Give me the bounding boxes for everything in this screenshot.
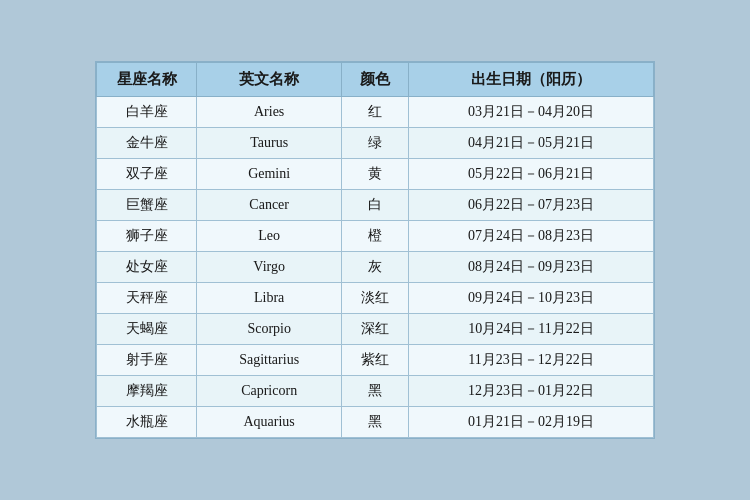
table-row: 天秤座Libra淡红09月24日－10月23日 xyxy=(97,283,654,314)
cell-color: 红 xyxy=(342,97,409,128)
table-row: 巨蟹座Cancer白06月22日－07月23日 xyxy=(97,190,654,221)
cell-color: 灰 xyxy=(342,252,409,283)
cell-chinese: 摩羯座 xyxy=(97,376,197,407)
cell-english: Aquarius xyxy=(197,407,342,438)
cell-english: Capricorn xyxy=(197,376,342,407)
cell-date: 05月22日－06月21日 xyxy=(408,159,653,190)
cell-date: 10月24日－11月22日 xyxy=(408,314,653,345)
cell-english: Aries xyxy=(197,97,342,128)
cell-chinese: 天秤座 xyxy=(97,283,197,314)
table-row: 双子座Gemini黄05月22日－06月21日 xyxy=(97,159,654,190)
cell-chinese: 处女座 xyxy=(97,252,197,283)
cell-english: Virgo xyxy=(197,252,342,283)
cell-english: Scorpio xyxy=(197,314,342,345)
table-header-row: 星座名称 英文名称 颜色 出生日期（阳历） xyxy=(97,63,654,97)
header-chinese: 星座名称 xyxy=(97,63,197,97)
header-english: 英文名称 xyxy=(197,63,342,97)
table-row: 白羊座Aries红03月21日－04月20日 xyxy=(97,97,654,128)
cell-chinese: 水瓶座 xyxy=(97,407,197,438)
cell-date: 01月21日－02月19日 xyxy=(408,407,653,438)
table-row: 狮子座Leo橙07月24日－08月23日 xyxy=(97,221,654,252)
cell-date: 06月22日－07月23日 xyxy=(408,190,653,221)
cell-date: 09月24日－10月23日 xyxy=(408,283,653,314)
table-row: 摩羯座Capricorn黑12月23日－01月22日 xyxy=(97,376,654,407)
cell-date: 07月24日－08月23日 xyxy=(408,221,653,252)
cell-chinese: 双子座 xyxy=(97,159,197,190)
table-row: 射手座Sagittarius紫红11月23日－12月22日 xyxy=(97,345,654,376)
cell-date: 11月23日－12月22日 xyxy=(408,345,653,376)
cell-color: 绿 xyxy=(342,128,409,159)
zodiac-table: 星座名称 英文名称 颜色 出生日期（阳历） 白羊座Aries红03月21日－04… xyxy=(96,62,654,438)
cell-chinese: 金牛座 xyxy=(97,128,197,159)
cell-date: 12月23日－01月22日 xyxy=(408,376,653,407)
cell-color: 黄 xyxy=(342,159,409,190)
cell-color: 橙 xyxy=(342,221,409,252)
table-row: 处女座Virgo灰08月24日－09月23日 xyxy=(97,252,654,283)
cell-color: 黑 xyxy=(342,407,409,438)
table-row: 天蝎座Scorpio深红10月24日－11月22日 xyxy=(97,314,654,345)
cell-date: 08月24日－09月23日 xyxy=(408,252,653,283)
cell-color: 白 xyxy=(342,190,409,221)
cell-color: 黑 xyxy=(342,376,409,407)
cell-english: Cancer xyxy=(197,190,342,221)
cell-english: Taurus xyxy=(197,128,342,159)
table-row: 水瓶座Aquarius黑01月21日－02月19日 xyxy=(97,407,654,438)
cell-color: 淡红 xyxy=(342,283,409,314)
cell-date: 04月21日－05月21日 xyxy=(408,128,653,159)
cell-english: Sagittarius xyxy=(197,345,342,376)
cell-chinese: 天蝎座 xyxy=(97,314,197,345)
cell-color: 深红 xyxy=(342,314,409,345)
cell-english: Libra xyxy=(197,283,342,314)
cell-chinese: 巨蟹座 xyxy=(97,190,197,221)
header-date: 出生日期（阳历） xyxy=(408,63,653,97)
cell-english: Leo xyxy=(197,221,342,252)
cell-date: 03月21日－04月20日 xyxy=(408,97,653,128)
cell-english: Gemini xyxy=(197,159,342,190)
table-row: 金牛座Taurus绿04月21日－05月21日 xyxy=(97,128,654,159)
cell-color: 紫红 xyxy=(342,345,409,376)
cell-chinese: 狮子座 xyxy=(97,221,197,252)
cell-chinese: 白羊座 xyxy=(97,97,197,128)
header-color: 颜色 xyxy=(342,63,409,97)
zodiac-table-container: 星座名称 英文名称 颜色 出生日期（阳历） 白羊座Aries红03月21日－04… xyxy=(95,61,655,439)
cell-chinese: 射手座 xyxy=(97,345,197,376)
